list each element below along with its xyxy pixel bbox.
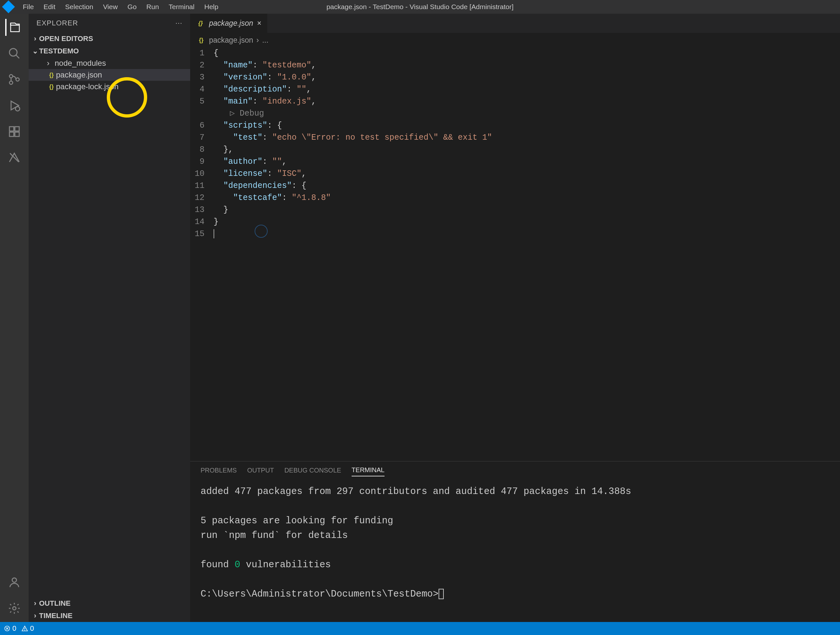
panel-tab-output[interactable]: OUTPUT bbox=[247, 465, 274, 476]
code-line[interactable]: }, bbox=[213, 144, 840, 156]
breadcrumb-separator: › bbox=[257, 36, 259, 44]
menu-file[interactable]: File bbox=[18, 2, 38, 12]
line-number: 7 bbox=[190, 131, 204, 144]
menu-bar: File Edit Selection View Go Run Terminal… bbox=[18, 2, 223, 12]
folder-label: node_modules bbox=[55, 58, 106, 68]
bottom-panel: PROBLEMS OUTPUT DEBUG CONSOLE TERMINAL a… bbox=[190, 461, 840, 622]
line-number: 11 bbox=[190, 180, 204, 192]
code-line[interactable]: { bbox=[213, 47, 840, 59]
vscode-logo-icon bbox=[2, 0, 15, 13]
line-number: 12 bbox=[190, 192, 204, 204]
file-label: package.json bbox=[56, 70, 102, 79]
menu-edit[interactable]: Edit bbox=[39, 2, 60, 12]
menu-go[interactable]: Go bbox=[123, 2, 141, 12]
terminal-cursor bbox=[439, 589, 444, 599]
sidebar-more-icon[interactable]: ··· bbox=[175, 19, 182, 27]
search-icon[interactable] bbox=[6, 45, 23, 62]
svg-point-0 bbox=[9, 49, 17, 56]
extensions-icon[interactable] bbox=[6, 123, 23, 140]
tree-folder-node-modules[interactable]: › node_modules bbox=[28, 57, 190, 69]
code-line[interactable]: "main": "index.js", bbox=[213, 95, 840, 107]
terminal-line: found 0 vulnerabilities bbox=[201, 558, 830, 572]
line-number: 6 bbox=[190, 120, 204, 131]
chevron-right-icon: › bbox=[47, 58, 55, 68]
code-line[interactable]: "dependencies": { bbox=[213, 180, 840, 192]
svg-point-13 bbox=[13, 607, 16, 610]
warning-icon bbox=[22, 625, 28, 632]
chevron-right-icon: › bbox=[31, 611, 39, 620]
panel-tab-terminal[interactable]: TERMINAL bbox=[352, 464, 385, 476]
menu-run[interactable]: Run bbox=[142, 2, 164, 12]
status-bar: 0 0 bbox=[0, 622, 840, 635]
project-section[interactable]: ⌄ TESTDEMO bbox=[28, 45, 190, 57]
terminal-output[interactable]: added 477 packages from 297 contributors… bbox=[190, 479, 840, 622]
menu-view[interactable]: View bbox=[98, 2, 122, 12]
svg-rect-8 bbox=[15, 127, 19, 131]
open-editors-section[interactable]: › OPEN EDITORS bbox=[28, 33, 190, 45]
tab-close-icon[interactable]: × bbox=[257, 19, 261, 28]
code-content[interactable]: { "name": "testdemo", "version": "1.0.0"… bbox=[213, 47, 840, 461]
outline-label: OUTLINE bbox=[39, 599, 71, 608]
terminal-prompt-line[interactable]: C:\Users\Administrator\Documents\TestDem… bbox=[201, 587, 830, 602]
json-file-icon: {} bbox=[47, 72, 56, 79]
debug-codelens[interactable]: ▷ Debug bbox=[213, 107, 840, 120]
open-editors-label: OPEN EDITORS bbox=[39, 35, 93, 43]
breadcrumb-file: package.json bbox=[209, 36, 253, 44]
code-line[interactable]: } bbox=[213, 216, 840, 228]
code-line[interactable]: "description": "", bbox=[213, 84, 840, 95]
chevron-right-icon: › bbox=[31, 35, 39, 43]
status-warnings[interactable]: 0 bbox=[22, 624, 34, 633]
line-number: 9 bbox=[190, 156, 204, 168]
code-line[interactable]: "test": "echo \"Error: no test specified… bbox=[213, 131, 840, 144]
line-number: 15 bbox=[190, 228, 204, 240]
file-label: package-lock.json bbox=[56, 82, 118, 91]
error-count: 0 bbox=[13, 624, 16, 633]
outline-section[interactable]: › OUTLINE bbox=[28, 597, 190, 610]
panel-tabs: PROBLEMS OUTPUT DEBUG CONSOLE TERMINAL bbox=[190, 461, 840, 479]
svg-point-6 bbox=[15, 106, 19, 111]
accounts-icon[interactable] bbox=[6, 574, 23, 591]
terminal-line: 5 packages are looking for funding bbox=[201, 513, 830, 528]
window-title: package.json - TestDemo - Visual Studio … bbox=[327, 3, 514, 11]
editor-cursor bbox=[213, 229, 214, 239]
terminal-line bbox=[201, 572, 830, 587]
timeline-section[interactable]: › TIMELINE bbox=[28, 610, 190, 622]
svg-marker-5 bbox=[11, 101, 19, 110]
menu-selection[interactable]: Selection bbox=[60, 2, 98, 12]
svg-line-1 bbox=[16, 55, 19, 58]
tab-package-json[interactable]: {} package.json × bbox=[190, 14, 267, 33]
warning-count: 0 bbox=[30, 624, 34, 633]
activity-bar bbox=[0, 14, 28, 622]
code-line[interactable]: "license": "ISC", bbox=[213, 168, 840, 180]
svg-rect-7 bbox=[9, 127, 14, 131]
code-line[interactable]: "name": "testdemo", bbox=[213, 59, 840, 71]
code-line[interactable]: "author": "", bbox=[213, 156, 840, 168]
svg-point-12 bbox=[12, 578, 16, 582]
panel-tab-debug-console[interactable]: DEBUG CONSOLE bbox=[284, 465, 341, 476]
svg-point-18 bbox=[25, 630, 25, 630]
code-line[interactable]: } bbox=[213, 204, 840, 216]
line-number: 8 bbox=[190, 144, 204, 156]
settings-gear-icon[interactable] bbox=[6, 600, 23, 617]
menu-terminal[interactable]: Terminal bbox=[164, 2, 199, 12]
chevron-down-icon: ⌄ bbox=[31, 47, 39, 55]
explorer-icon[interactable] bbox=[5, 19, 22, 36]
code-line[interactable] bbox=[213, 228, 840, 240]
breadcrumb-more: ... bbox=[262, 36, 268, 44]
panel-tab-problems[interactable]: PROBLEMS bbox=[201, 465, 237, 476]
code-line[interactable]: "scripts": { bbox=[213, 120, 840, 131]
code-editor[interactable]: 12345 6789101112131415 { "name": "testde… bbox=[190, 47, 840, 461]
testing-icon[interactable] bbox=[6, 149, 23, 166]
status-errors[interactable]: 0 bbox=[4, 624, 16, 633]
tree-file-package-json[interactable]: {} package.json bbox=[28, 69, 190, 81]
code-line[interactable]: "testcafe": "^1.8.8" bbox=[213, 192, 840, 204]
run-debug-icon[interactable] bbox=[6, 97, 23, 114]
code-line[interactable]: "version": "1.0.0", bbox=[213, 71, 840, 84]
title-bar: File Edit Selection View Go Run Terminal… bbox=[0, 0, 840, 14]
menu-help[interactable]: Help bbox=[200, 2, 223, 12]
chevron-right-icon: › bbox=[31, 599, 39, 608]
line-number: 10 bbox=[190, 168, 204, 180]
breadcrumb[interactable]: {} package.json › ... bbox=[190, 33, 840, 47]
tree-file-package-lock-json[interactable]: {} package-lock.json bbox=[28, 81, 190, 93]
source-control-icon[interactable] bbox=[6, 71, 23, 88]
